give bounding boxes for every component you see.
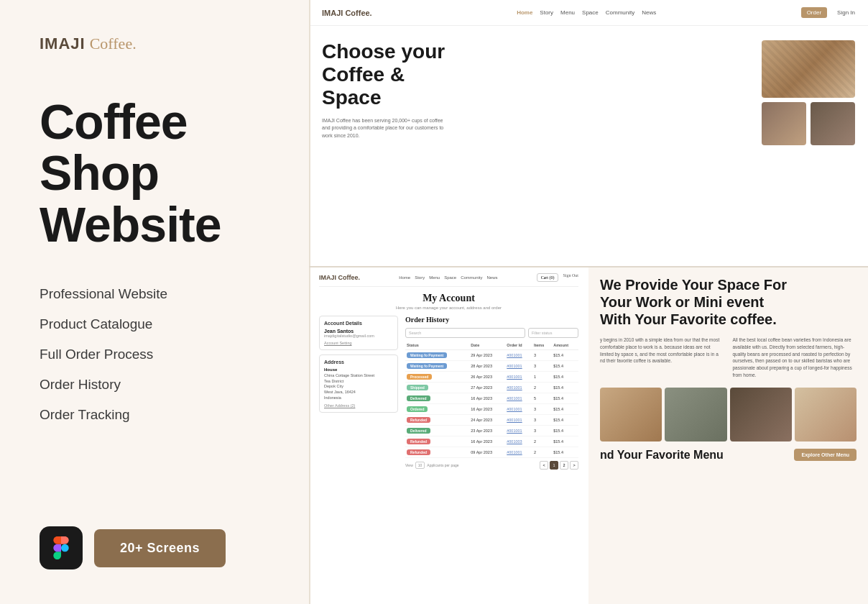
account-name: Jean Santos	[324, 329, 393, 334]
main-title: Coffee Shop Website	[40, 96, 269, 250]
status-badge-2: Processed	[407, 374, 432, 380]
cell-amount-4: $15.4	[552, 393, 578, 404]
account-nav-cart: Cart (0)	[537, 273, 559, 282]
v-divider	[309, 0, 310, 604]
space-img-4	[795, 388, 857, 441]
cell-items-4: 5	[532, 393, 552, 404]
order-table-footer: View 10 Applicants per page < 1 2 >	[405, 461, 578, 470]
status-badge-3: Shipped	[407, 385, 428, 390]
preview-bottom-right: We Provide Your Space ForYour Work or Mi…	[588, 266, 868, 604]
space-images-grid	[600, 388, 857, 441]
coffee-hero-img-main	[762, 40, 855, 98]
order-id-link-9[interactable]: #001001	[507, 450, 522, 454]
address-type: House	[324, 367, 393, 372]
account-edit-btn[interactable]: Account Setting	[324, 341, 393, 345]
space-desc-right: All the best local coffee bean varieties…	[733, 337, 857, 379]
account-address-box: Address House China Cottage Station Stre…	[319, 354, 398, 413]
cell-order-id-2: #001001	[505, 372, 532, 383]
cell-amount-2: $15.4	[552, 372, 578, 383]
coffee-nav-order: Order	[801, 7, 827, 18]
feature-order-history: Order History	[40, 370, 269, 400]
order-id-link-3[interactable]: #001001	[507, 385, 522, 390]
cell-date-5: 16 Apr 2023	[469, 404, 505, 415]
order-history-title: Order History	[405, 316, 578, 324]
order-row-9: Refunded 09 Apr 2023 #001001 2 $15.4	[405, 447, 578, 458]
coffee-nav: IMAJI Coffee. Home Story Menu Space Comm…	[309, 0, 868, 26]
feature-professional: Professional Website	[40, 279, 269, 309]
order-id-link-7[interactable]: #001001	[507, 429, 522, 433]
nav-community: Community	[606, 9, 634, 16]
per-page: 10	[415, 462, 425, 469]
order-id-link-6[interactable]: #001001	[507, 418, 522, 422]
order-search-input[interactable]	[405, 328, 525, 338]
order-status-select[interactable]	[528, 328, 578, 338]
nav-menu: Menu	[560, 9, 575, 16]
status-badge-0: Waiting fo Payment	[407, 352, 447, 358]
coffee-hero-text: Choose yourCoffee &Space IMAJI Coffee ha…	[322, 40, 750, 145]
nav-story: Story	[540, 9, 553, 16]
cell-date-8: 16 Apr 2023	[469, 436, 505, 447]
explore-btn[interactable]: Explore Other Menu	[794, 449, 857, 461]
page-2[interactable]: 2	[560, 461, 568, 470]
order-row-6: Refunded 24 Apr 2023 #001001 3 $15.4	[405, 415, 578, 426]
order-id-link-4[interactable]: #001001	[507, 396, 522, 401]
order-id-link-5[interactable]: #001001	[507, 407, 522, 411]
order-id-link-1[interactable]: #001001	[507, 364, 522, 368]
per-page-suffix: Applicants per page	[427, 463, 458, 467]
cell-amount-3: $15.4	[552, 383, 578, 393]
account-title: My Account	[319, 293, 578, 304]
cell-items-1: 3	[532, 361, 552, 372]
cell-order-id-4: #001001	[505, 393, 532, 404]
acc-nav-news: News	[487, 275, 498, 280]
page-prev[interactable]: <	[540, 461, 548, 470]
cell-items-6: 3	[532, 415, 552, 426]
status-badge-5: Ordered	[407, 406, 428, 412]
cell-order-id-5: #001001	[505, 404, 532, 415]
cell-date-7: 23 Apr 2023	[469, 426, 505, 436]
coffee-nav-links: Home Story Menu Space Community News	[517, 9, 656, 16]
space-preview: We Provide Your Space ForYour Work or Mi…	[588, 266, 868, 604]
brand-imaji: IMAJI	[40, 35, 86, 53]
cell-order-id-3: #001001	[505, 383, 532, 393]
space-title: We Provide Your Space ForYour Work or Mi…	[600, 276, 857, 328]
order-id-link-8[interactable]: #001003	[507, 439, 522, 444]
space-desc-left: y begins in 2010 with a simple idea from…	[600, 337, 724, 379]
preview-bottom-left: IMAJI Coffee. Home Story Menu Space Comm…	[309, 266, 588, 604]
account-email: imajdigitalstudio@gmail.com	[324, 334, 393, 338]
brand-coffee: Coffee.	[90, 35, 137, 53]
screens-badge: 20+ Screens	[94, 529, 226, 567]
page-1[interactable]: 1	[550, 461, 558, 470]
account-body: Account Details Jean Santos imajdigitals…	[319, 316, 578, 470]
order-id-link-2[interactable]: #001001	[507, 375, 522, 379]
cell-order-id-8: #001003	[505, 436, 532, 447]
coffee-hero-img-small-2	[811, 102, 855, 145]
coffee-hero-images	[762, 40, 855, 145]
address-title: Address	[324, 360, 393, 365]
cell-status-1: Waiting fo Payment	[405, 361, 469, 372]
account-subtitle: Here you can manage your account, addres…	[319, 306, 578, 310]
col-amount: Amount	[552, 341, 578, 350]
cell-amount-7: $15.4	[552, 426, 578, 436]
cell-order-id-0: #001001	[505, 350, 532, 361]
footer-left: View 10 Applicants per page	[405, 462, 459, 469]
order-row-3: Shipped 27 Apr 2023 #001001 2 $15.4	[405, 383, 578, 393]
acc-nav-home: Home	[399, 275, 410, 280]
space-img-1	[600, 388, 662, 441]
col-items: Items	[532, 341, 552, 350]
bottom-bar: 20+ Screens	[40, 526, 269, 569]
account-nav-links: Home Story Menu Space Community News	[399, 275, 497, 280]
cell-amount-6: $15.4	[552, 415, 578, 426]
order-row-4: Delivered 16 Apr 2023 #001001 5 $15.4	[405, 393, 578, 404]
account-left-col: Account Details Jean Santos imajdigitals…	[319, 316, 398, 470]
order-id-link-0[interactable]: #001001	[507, 353, 522, 357]
cell-date-0: 29 Apr 2023	[469, 350, 505, 361]
cell-status-0: Waiting fo Payment	[405, 350, 469, 361]
cell-order-id-1: #001001	[505, 361, 532, 372]
order-row-5: Ordered 16 Apr 2023 #001001 3 $15.4	[405, 404, 578, 415]
status-badge-7: Delivered	[407, 428, 430, 434]
cell-date-9: 09 Apr 2023	[469, 447, 505, 458]
address-more[interactable]: Other Address (2)	[324, 403, 393, 408]
coffee-hero-desc: IMAJI Coffee has been serving 20,000+ cu…	[322, 117, 451, 140]
cell-order-id-6: #001001	[505, 415, 532, 426]
page-next[interactable]: >	[570, 461, 578, 470]
